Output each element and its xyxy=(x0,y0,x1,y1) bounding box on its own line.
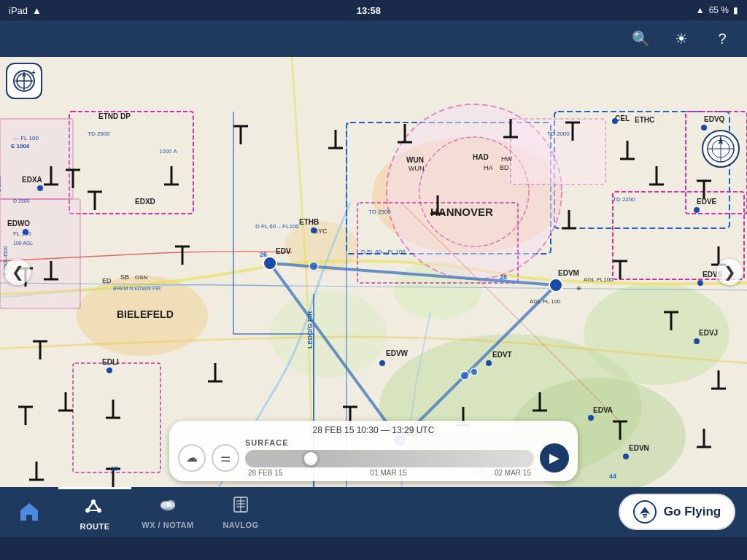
status-right: ▲ 65 % ▮ xyxy=(696,5,738,15)
svg-point-172 xyxy=(612,118,618,124)
svg-text:+: + xyxy=(31,69,36,77)
svg-text:HAD: HAD xyxy=(473,153,489,161)
weather-bar: 28 FEB 15 10:30 — 13:29 UTC ☁ ⚌ SURFACE … xyxy=(169,421,578,481)
svg-text:OSN: OSN xyxy=(135,274,148,281)
tab-wx-notam[interactable]: WX / NOTAM xyxy=(131,487,204,537)
svg-point-171 xyxy=(311,228,317,233)
svg-text:WUN: WUN xyxy=(409,165,425,172)
svg-point-158 xyxy=(379,360,385,366)
wx-notam-label: WX / NOTAM xyxy=(142,521,193,529)
brightness-button[interactable]: ☀ xyxy=(668,26,694,52)
svg-point-27 xyxy=(309,262,318,271)
route-icon xyxy=(85,496,105,521)
svg-text:BREM N EDWW FIR: BREM N EDWW FIR xyxy=(113,286,160,291)
svg-point-160 xyxy=(697,280,703,286)
svg-text:EDVN: EDVN xyxy=(629,444,649,452)
go-flying-label: Go Flying xyxy=(664,505,721,519)
home-button[interactable] xyxy=(0,487,58,537)
svg-text:— FL 100: — FL 100 xyxy=(13,135,39,141)
top-toolbar: 🔍 ☀ ? xyxy=(0,20,747,57)
cloud-button[interactable]: ☁ xyxy=(178,444,206,472)
svg-point-192 xyxy=(166,500,175,508)
compass-rose[interactable] xyxy=(702,130,740,168)
svg-text:28: 28 xyxy=(500,273,507,281)
svg-point-164 xyxy=(107,368,112,373)
svg-text:⊕: ⊕ xyxy=(576,285,581,292)
svg-text:D FL 60—FL 100: D FL 60—FL 100 xyxy=(361,249,406,255)
wx-date-2: 01 MAR 15 xyxy=(371,469,407,477)
svg-text:HA: HA xyxy=(484,164,493,171)
svg-text:TD 2000: TD 2000 xyxy=(547,131,570,137)
tab-navlog[interactable]: NAVLOG xyxy=(204,487,277,537)
svg-text:EDVQ: EDVQ xyxy=(704,115,725,123)
svg-text:LEDO/G FIR: LEDO/G FIR xyxy=(306,311,314,349)
svg-text:EDVJ: EDVJ xyxy=(699,329,718,337)
svg-text:EDXA: EDXA xyxy=(22,176,42,184)
route-add-button[interactable]: + xyxy=(6,63,42,99)
help-button[interactable]: ? xyxy=(709,26,735,52)
svg-text:EDXD: EDXD xyxy=(135,198,155,206)
wx-slider-track[interactable] xyxy=(245,450,534,467)
svg-text:EDVM: EDVM xyxy=(558,269,579,277)
bottom-bar: ROUTE WX / NOTAM NAVLOG xyxy=(0,487,747,537)
wx-date-1: 28 FEB 15 xyxy=(248,469,282,477)
svg-point-29 xyxy=(471,368,478,376)
svg-text:44: 44 xyxy=(609,472,616,480)
svg-text:BD: BD xyxy=(500,164,509,171)
svg-point-161 xyxy=(588,415,594,421)
map-container[interactable]: E 1000 — FL 100 D 2500-4500 TD 2500 D FL… xyxy=(0,57,747,487)
svg-text:AGL FL 100: AGL FL 100 xyxy=(530,298,561,305)
svg-text:HW: HW xyxy=(501,155,512,163)
svg-text:100 AGL: 100 AGL xyxy=(13,241,33,246)
svg-text:TD 2500: TD 2500 xyxy=(368,209,391,215)
svg-text:D FL 60 – FL100: D FL 60 – FL100 xyxy=(255,223,299,230)
weather-controls: ☁ ⚌ SURFACE 28 FEB 15 01 MAR 15 02 MAR 1… xyxy=(178,438,569,477)
svg-text:E 1000: E 1000 xyxy=(11,143,30,149)
svg-text:BIELEFELD: BIELEFELD xyxy=(117,308,174,320)
wx-date-3: 02 MAR 15 xyxy=(495,469,531,477)
svg-point-169 xyxy=(23,229,28,235)
svg-text:EDVA: EDVA xyxy=(593,406,613,414)
surface-label: SURFACE xyxy=(245,438,289,447)
svg-text:TD 2500: TD 2500 xyxy=(88,131,110,137)
svg-text:D 2500: D 2500 xyxy=(13,198,30,203)
svg-text:FL 100: FL 100 xyxy=(13,230,31,237)
svg-point-170 xyxy=(37,185,43,191)
go-flying-button[interactable]: Go Flying xyxy=(619,494,735,530)
location-icon: ▲ xyxy=(696,5,705,15)
svg-text:AGL FL100: AGL FL100 xyxy=(584,276,614,283)
svg-point-159 xyxy=(694,338,700,344)
svg-text:27: 27 xyxy=(111,465,118,472)
battery-icon: ▮ xyxy=(733,5,738,15)
svg-text:EDVE: EDVE xyxy=(697,198,717,206)
device-label: iPad xyxy=(9,5,28,16)
svg-rect-19 xyxy=(511,119,605,184)
go-flying-icon xyxy=(633,500,657,524)
tab-route[interactable]: ROUTE xyxy=(58,487,131,537)
wx-slider-thumb[interactable] xyxy=(303,451,319,467)
search-button[interactable]: 🔍 xyxy=(627,26,654,52)
svg-text:26: 26 xyxy=(260,251,267,258)
svg-marker-185 xyxy=(20,503,38,521)
svg-text:EDWO: EDWO xyxy=(7,219,30,228)
weather-date-range: 28 FEB 15 10:30 — 13:29 UTC xyxy=(178,425,569,435)
wx-slider-container: SURFACE 28 FEB 15 01 MAR 15 02 MAR 15 xyxy=(245,438,534,477)
wifi-icon: ▲ xyxy=(32,5,42,16)
wx-dates: 28 FEB 15 01 MAR 15 02 MAR 15 xyxy=(245,469,534,477)
play-button[interactable]: ▶ xyxy=(540,443,569,472)
bar-button[interactable]: ⚌ xyxy=(212,444,239,472)
wx-notam-icon xyxy=(158,494,178,519)
nav-arrow-right[interactable]: ❯ xyxy=(716,259,743,285)
status-bar: iPad ▲ 13:58 ▲ 65 % ▮ xyxy=(0,0,747,20)
svg-text:EDVT: EDVT xyxy=(492,351,512,359)
route-label: ROUTE xyxy=(80,522,110,531)
svg-text:ETHB: ETHB xyxy=(299,218,319,226)
status-left: iPad ▲ xyxy=(9,5,42,16)
svg-point-168 xyxy=(694,207,700,213)
svg-point-162 xyxy=(623,454,629,459)
svg-rect-13 xyxy=(0,199,80,308)
nav-arrow-left[interactable]: ❮ xyxy=(4,259,31,285)
svg-text:E 1000: E 1000 xyxy=(0,176,1,192)
svg-text:EDLI: EDLI xyxy=(102,358,119,366)
battery-level: 65 % xyxy=(709,5,729,15)
